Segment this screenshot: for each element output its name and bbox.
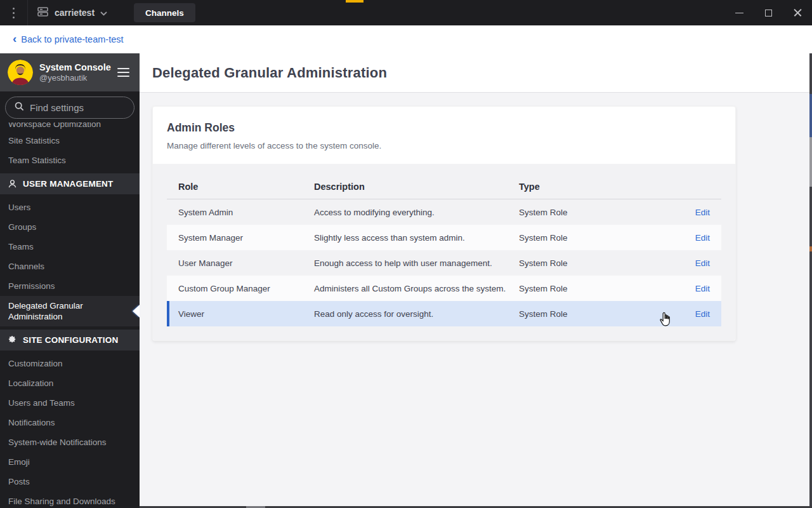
sidebar-item-customization[interactable]: Customization bbox=[0, 354, 140, 373]
sidebar-item-delegated-granular-administration[interactable]: Delegated Granular Administration bbox=[0, 296, 140, 326]
edit-link[interactable]: Edit bbox=[695, 208, 710, 217]
gear-icon bbox=[8, 335, 17, 345]
column-header-type: Type bbox=[519, 182, 710, 192]
table-row-system-admin[interactable]: System AdminAccess to modifying everythi… bbox=[167, 199, 721, 225]
edit-link[interactable]: Edit bbox=[695, 309, 710, 319]
search-icon bbox=[15, 102, 24, 114]
sidebar-item-posts[interactable]: Posts bbox=[0, 472, 140, 491]
cell-description: Read only access for oversight. bbox=[314, 309, 519, 319]
cell-type: System Role bbox=[519, 233, 695, 243]
table-row-custom-group-manager[interactable]: Custom Group ManagerAdministers all Cust… bbox=[167, 276, 721, 301]
edit-link[interactable]: Edit bbox=[695, 258, 710, 268]
roles-table: RoleDescriptionTypeSystem AdminAccess to… bbox=[153, 164, 735, 340]
server-icon bbox=[37, 6, 49, 20]
chevron-left-icon: ‹ bbox=[13, 34, 16, 43]
app-menu-button[interactable] bbox=[0, 0, 28, 25]
chevron-down-icon bbox=[100, 7, 107, 18]
sidebar-item-groups[interactable]: Groups bbox=[0, 217, 140, 237]
sidebar-header: System Console @yesbhautik bbox=[0, 53, 140, 91]
back-to-team-link[interactable]: ‹ Back to private-team-test bbox=[13, 34, 124, 44]
kebab-menu-icon bbox=[13, 6, 15, 20]
table-row-system-manager[interactable]: System ManagerSlightly less access than … bbox=[167, 225, 721, 250]
cell-role: User Manager bbox=[178, 258, 314, 268]
window-controls bbox=[724, 0, 812, 25]
back-link-label: Back to private-team-test bbox=[21, 34, 123, 44]
team-name: carrietest bbox=[55, 8, 95, 18]
sidebar-item-localization[interactable]: Localization bbox=[0, 373, 140, 393]
window-titlebar: carrietest Channels bbox=[0, 0, 812, 25]
minimize-icon bbox=[735, 13, 743, 13]
selected-item-caret-icon bbox=[133, 305, 140, 318]
sidebar-item-file-sharing-and-downloads[interactable]: File Sharing and Downloads bbox=[0, 491, 140, 508]
sidebar-item-site-statistics[interactable]: Site Statistics bbox=[0, 131, 140, 150]
page-header: Delegated Granular Administration bbox=[140, 53, 812, 93]
page-title: Delegated Granular Administration bbox=[152, 65, 387, 81]
card-header: Admin Roles Manage different levels of a… bbox=[153, 107, 735, 164]
admin-roles-card: Admin Roles Manage different levels of a… bbox=[152, 106, 736, 341]
console-title: System Console bbox=[39, 62, 111, 73]
column-header-role: Role bbox=[178, 182, 314, 192]
cell-type: System Role bbox=[519, 208, 695, 217]
scrollbar-thumb[interactable] bbox=[809, 94, 812, 137]
sidebar-item-system-wide-notifications[interactable]: System-wide Notifications bbox=[0, 432, 140, 452]
maximize-button[interactable] bbox=[754, 0, 783, 25]
cell-description: Access to modifying everything. bbox=[314, 208, 519, 217]
search-input[interactable]: Find settings bbox=[5, 97, 134, 119]
user-avatar[interactable] bbox=[8, 60, 33, 85]
sidebar-item-emoji[interactable]: Emoji bbox=[0, 452, 140, 472]
sidebar-section-user-management: USER MANAGEMENT bbox=[0, 173, 140, 194]
hamburger-menu-icon[interactable] bbox=[115, 65, 132, 80]
cell-type: System Role bbox=[519, 258, 695, 268]
console-username: @yesbhautik bbox=[39, 73, 111, 83]
tab-channels[interactable]: Channels bbox=[134, 3, 195, 22]
sidebar-item-team-statistics[interactable]: Team Statistics bbox=[0, 150, 140, 170]
main-panel: Delegated Granular Administration Admin … bbox=[140, 53, 812, 508]
minimize-button[interactable] bbox=[724, 0, 754, 25]
back-bar: ‹ Back to private-team-test bbox=[0, 25, 812, 53]
sidebar-section-site-configuration: SITE CONFIGURATION bbox=[0, 330, 140, 351]
table-header-row: RoleDescriptionType bbox=[167, 174, 721, 199]
sidebar-nav: Workspace OptimizationSite StatisticsTea… bbox=[0, 123, 140, 508]
column-header-description: Description bbox=[314, 182, 519, 192]
titlebar-accent-speck bbox=[346, 0, 363, 3]
user-icon bbox=[8, 179, 17, 189]
close-icon bbox=[794, 9, 802, 17]
system-console-sidebar: System Console @yesbhautik Find settings… bbox=[0, 53, 140, 508]
sidebar-item-notifications[interactable]: Notifications bbox=[0, 413, 140, 432]
close-button[interactable] bbox=[783, 0, 812, 25]
edit-link[interactable]: Edit bbox=[695, 284, 710, 293]
table-row-user-manager[interactable]: User ManagerEnough access to help with u… bbox=[167, 250, 721, 276]
sidebar-item-users[interactable]: Users bbox=[0, 197, 140, 217]
card-subtitle: Manage different levels of access to the… bbox=[167, 141, 721, 150]
cell-role: System Manager bbox=[178, 233, 314, 243]
edit-link[interactable]: Edit bbox=[695, 233, 710, 243]
search-placeholder: Find settings bbox=[30, 102, 84, 113]
sidebar-search: Find settings bbox=[0, 91, 140, 123]
cell-description: Slightly less access than system admin. bbox=[314, 233, 519, 243]
sidebar-item-users-and-teams[interactable]: Users and Teams bbox=[0, 393, 140, 413]
sidebar-item-channels[interactable]: Channels bbox=[0, 257, 140, 276]
cell-role: System Admin bbox=[178, 208, 314, 217]
sidebar-item-workspace-optimization[interactable]: Workspace Optimization bbox=[0, 123, 140, 131]
vertical-scrollbar[interactable] bbox=[809, 53, 812, 508]
table-row-viewer[interactable]: ViewerRead only access for oversight.Sys… bbox=[167, 301, 721, 326]
cell-type: System Role bbox=[519, 284, 695, 293]
cell-description: Administers all Custom Groups across the… bbox=[314, 284, 519, 293]
cell-type: System Role bbox=[519, 309, 695, 319]
sidebar-item-teams[interactable]: Teams bbox=[0, 237, 140, 257]
sidebar-item-permissions[interactable]: Permissions bbox=[0, 276, 140, 296]
team-selector[interactable]: carrietest bbox=[28, 0, 117, 25]
cell-role: Custom Group Manager bbox=[178, 284, 314, 293]
maximize-icon bbox=[765, 10, 772, 17]
card-title: Admin Roles bbox=[167, 121, 721, 135]
cell-description: Enough access to help with user manageme… bbox=[314, 258, 519, 268]
content-area: Admin Roles Manage different levels of a… bbox=[140, 93, 812, 508]
cell-role: Viewer bbox=[178, 309, 314, 319]
